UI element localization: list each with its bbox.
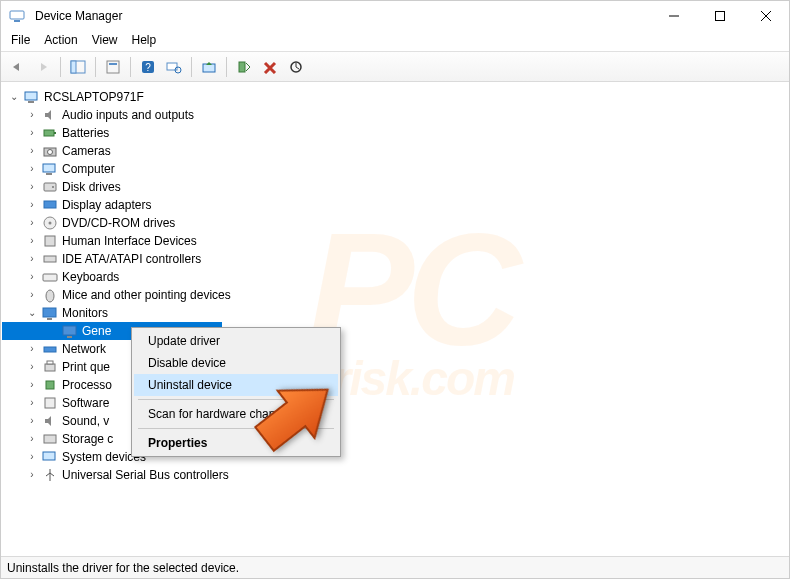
monitor-icon [62,323,78,339]
expand-icon[interactable]: › [26,145,38,157]
expand-icon[interactable]: › [26,433,38,445]
tree-label: Cameras [62,142,111,160]
forward-button[interactable] [31,55,55,79]
tree-item-computer[interactable]: › Computer [2,160,788,178]
tree-label: Audio inputs and outputs [62,106,194,124]
expand-icon[interactable]: › [26,217,38,229]
tree-item-usb[interactable]: › Universal Serial Bus controllers [2,466,788,484]
tree-item-mice[interactable]: › Mice and other pointing devices [2,286,788,304]
expand-icon[interactable]: › [26,271,38,283]
tree-item-processors[interactable]: › Processo [2,376,788,394]
toolbar-separator [226,57,227,77]
expand-icon[interactable]: › [26,181,38,193]
status-bar: Uninstalls the driver for the selected d… [1,556,789,578]
computer-icon [42,161,58,177]
device-tree[interactable]: ⌄ RCSLAPTOP971F › Audio inputs and outpu… [2,84,788,552]
tree-item-disk[interactable]: › Disk drives [2,178,788,196]
tree-item-print-queues[interactable]: › Print que [2,358,788,376]
svg-point-33 [46,290,54,302]
title-bar: Device Manager [1,1,789,31]
tree-label: Human Interface Devices [62,232,197,250]
expand-icon[interactable]: › [26,253,38,265]
help-button[interactable]: ? [136,55,160,79]
system-icon [42,449,58,465]
tree-label: Storage c [62,430,113,448]
disable-device-button[interactable] [284,55,308,79]
tree-item-batteries[interactable]: › Batteries [2,124,788,142]
tree-item-dvd[interactable]: › DVD/CD-ROM drives [2,214,788,232]
tree-label: IDE ATA/ATAPI controllers [62,250,201,268]
svg-rect-32 [43,274,57,281]
tree-item-system[interactable]: › System devices [2,448,788,466]
svg-rect-38 [44,347,56,352]
menu-bar: File Action View Help [1,31,789,52]
tree-label: Disk drives [62,178,121,196]
tree-item-display[interactable]: › Display adapters [2,196,788,214]
expand-icon[interactable]: › [26,361,38,373]
expand-icon[interactable]: › [26,397,38,409]
toolbar-separator [130,57,131,77]
svg-rect-42 [45,398,55,408]
maximize-button[interactable] [697,1,743,31]
expand-icon[interactable]: › [26,109,38,121]
svg-rect-14 [203,64,215,72]
svg-rect-3 [716,12,725,21]
processor-icon [42,377,58,393]
tree-item-monitors[interactable]: ⌄ Monitors [2,304,788,322]
back-button[interactable] [5,55,29,79]
expand-icon[interactable]: › [26,451,38,463]
tree-label: Universal Serial Bus controllers [62,466,229,484]
tree-item-software[interactable]: › Software [2,394,788,412]
svg-rect-19 [44,130,54,136]
uninstall-device-button[interactable] [258,55,282,79]
expand-icon[interactable]: › [26,289,38,301]
expand-icon[interactable]: › [26,379,38,391]
storage-icon [42,431,58,447]
audio-icon [42,107,58,123]
software-icon [42,395,58,411]
tree-item-ide[interactable]: › IDE ATA/ATAPI controllers [2,250,788,268]
monitor-icon [42,305,58,321]
menu-view[interactable]: View [92,33,118,47]
tree-root[interactable]: ⌄ RCSLAPTOP971F [2,88,788,106]
enable-device-button[interactable] [232,55,256,79]
app-icon [9,8,25,24]
expand-icon[interactable]: ⌄ [8,91,20,103]
menu-help[interactable]: Help [132,33,157,47]
show-hide-tree-button[interactable] [66,55,90,79]
expand-icon[interactable]: › [26,469,38,481]
menu-action[interactable]: Action [44,33,77,47]
keyboard-icon [42,269,58,285]
tree-item-storage[interactable]: › Storage c [2,430,788,448]
tree-label: Monitors [62,304,108,322]
expand-icon[interactable]: › [26,199,38,211]
expand-icon[interactable]: › [26,235,38,247]
expand-icon[interactable]: › [26,163,38,175]
expand-icon[interactable]: ⌄ [26,307,38,319]
expand-icon[interactable]: › [26,415,38,427]
tree-item-cameras[interactable]: › Cameras [2,142,788,160]
svg-text:?: ? [145,62,151,73]
svg-rect-18 [28,101,34,103]
svg-rect-34 [43,308,56,317]
properties-button[interactable] [101,55,125,79]
expand-icon[interactable]: › [26,127,38,139]
scan-hardware-button[interactable] [162,55,186,79]
svg-rect-17 [25,92,37,100]
menu-file[interactable]: File [11,33,30,47]
tree-item-hid[interactable]: › Human Interface Devices [2,232,788,250]
tree-item-network[interactable]: › Network [2,340,788,358]
minimize-button[interactable] [651,1,697,31]
svg-rect-40 [47,361,53,364]
menu-update-driver[interactable]: Update driver [134,330,338,352]
disk-icon [42,179,58,195]
update-driver-button[interactable] [197,55,221,79]
close-button[interactable] [743,1,789,31]
expand-icon[interactable]: › [26,343,38,355]
window-title: Device Manager [35,9,122,23]
svg-rect-24 [46,173,52,175]
tree-item-keyboards[interactable]: › Keyboards [2,268,788,286]
tree-item-sound[interactable]: › Sound, v [2,412,788,430]
tree-label: Computer [62,160,115,178]
tree-item-audio[interactable]: › Audio inputs and outputs [2,106,788,124]
